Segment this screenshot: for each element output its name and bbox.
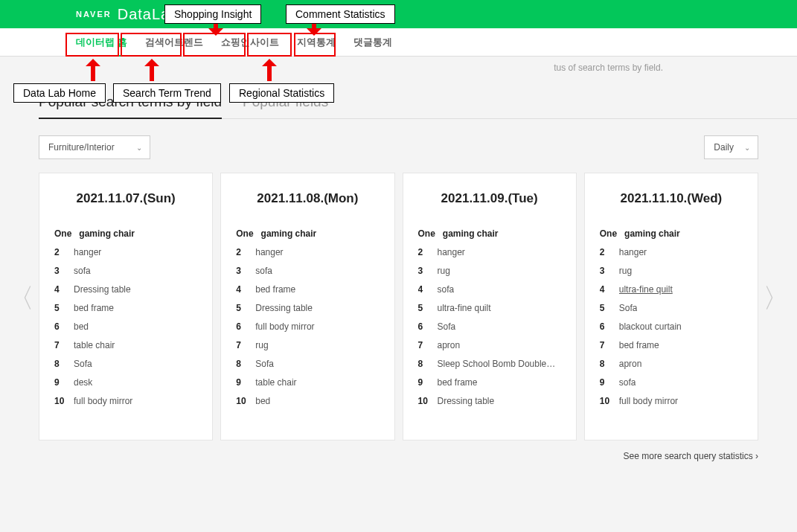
rank-row[interactable]: 2hanger — [54, 247, 197, 257]
rank-row[interactable]: 4ultra-fine quilt — [600, 284, 743, 295]
rank-number: 3 — [600, 266, 612, 276]
rank-row[interactable]: 6blackout curtain — [600, 321, 743, 332]
rank-number: 3 — [54, 266, 66, 276]
rank-number: 2 — [418, 247, 430, 257]
rank-term: apron — [438, 340, 461, 350]
period-select[interactable]: Daily ⌄ — [704, 135, 758, 159]
rank-row[interactable]: 3sofa — [54, 266, 197, 276]
rank-number: 4 — [54, 284, 66, 295]
see-more-link[interactable]: See more search query statistics › — [0, 451, 758, 461]
ranking-card: 2021.11.07.(Sun)Onegaming chair2hanger3s… — [39, 173, 213, 440]
rank-number: 5 — [600, 303, 612, 313]
rank-term: Sofa — [74, 359, 92, 369]
rank-row[interactable]: 7table chair — [54, 340, 197, 350]
cards-carousel: 〈 〉 2021.11.07.(Sun)Onegaming chair2hang… — [0, 173, 797, 440]
rank-number: 9 — [418, 377, 430, 388]
rank-term: rug — [619, 266, 632, 276]
rank-row[interactable]: 3sofa — [236, 266, 379, 276]
main-nav: 데이터랩 홈 검색어트렌드 쇼핑인사이트 지역통계 댓글통계 — [0, 28, 797, 57]
nav-datalab-home[interactable]: 데이터랩 홈 — [67, 28, 136, 56]
rank-row[interactable]: 10full body mirror — [600, 396, 743, 406]
rank-row[interactable]: 4Dressing table — [54, 284, 197, 295]
chevron-down-icon: ⌄ — [136, 144, 142, 152]
card-date: 2021.11.09.(Tue) — [418, 191, 561, 206]
nav-shopping-insight[interactable]: 쇼핑인사이트 — [212, 28, 288, 56]
rank-row[interactable]: 10full body mirror — [54, 396, 197, 406]
rank-number: 6 — [236, 321, 248, 332]
rank-row[interactable]: 6full body mirror — [236, 321, 379, 332]
rank-term: sofa — [255, 266, 272, 276]
rank-number: 2 — [600, 247, 612, 257]
annotation-regional-stats: Regional Statistics — [229, 83, 334, 103]
ranking-card: 2021.11.09.(Tue)Onegaming chair2hanger3r… — [403, 173, 577, 440]
rank-row[interactable]: 2hanger — [236, 247, 379, 257]
carousel-next-button[interactable]: 〉 — [763, 281, 790, 317]
rank-term: desk — [74, 377, 92, 388]
card-date: 2021.11.07.(Sun) — [54, 191, 197, 206]
rank-row[interactable]: 5bed frame — [54, 303, 197, 313]
rank-row[interactable]: 5Sofa — [600, 303, 743, 313]
rank-term: rug — [438, 266, 450, 276]
category-select[interactable]: Furniture/Interior ⌄ — [39, 135, 150, 159]
rank-number: 7 — [54, 340, 66, 350]
rank-term: table chair — [74, 340, 115, 350]
rank-number: 8 — [418, 359, 430, 369]
nav-search-trend[interactable]: 검색어트렌드 — [136, 28, 212, 56]
rank-row[interactable]: Onegaming chair — [236, 228, 379, 239]
rank-row[interactable]: Onegaming chair — [54, 228, 197, 239]
rank-number: 2 — [236, 247, 248, 257]
carousel-prev-button[interactable]: 〈 — [7, 281, 34, 317]
rank-number: 5 — [418, 303, 430, 313]
rank-row[interactable]: 8apron — [600, 359, 743, 369]
rank-term: full body mirror — [74, 396, 132, 406]
rank-term: ultra-fine quilt — [438, 303, 491, 313]
rank-row[interactable]: 7rug — [236, 340, 379, 350]
page-subtitle-tail: tus of search terms by field. — [0, 63, 797, 73]
rank-number: One — [236, 228, 253, 239]
rank-term: sofa — [438, 284, 455, 295]
rank-term: Dressing table — [438, 396, 495, 406]
rank-number: 7 — [236, 340, 248, 350]
rank-row[interactable]: 2hanger — [418, 247, 561, 257]
rank-row[interactable]: 8Sleep School Bomb Double… — [418, 359, 561, 369]
rank-term: bed frame — [619, 340, 659, 350]
rank-row[interactable]: 6Sofa — [418, 321, 561, 332]
rank-number: 4 — [236, 284, 248, 295]
rank-row[interactable]: 5ultra-fine quilt — [418, 303, 561, 313]
rank-term: bed frame — [438, 377, 478, 388]
rank-row[interactable]: 3rug — [600, 266, 743, 276]
rank-row[interactable]: 9desk — [54, 377, 197, 388]
rank-number: One — [418, 228, 435, 239]
rank-row[interactable]: 6bed — [54, 321, 197, 332]
ranking-card: 2021.11.10.(Wed)Onegaming chair2hanger3r… — [584, 173, 758, 440]
rank-number: 9 — [54, 377, 66, 388]
rank-number: 10 — [600, 396, 612, 406]
rank-row[interactable]: 4sofa — [418, 284, 561, 295]
rank-row[interactable]: 7apron — [418, 340, 561, 350]
rank-number: 2 — [54, 247, 66, 257]
rank-row[interactable]: 7bed frame — [600, 340, 743, 350]
rank-row[interactable]: 10bed — [236, 396, 379, 406]
rank-row[interactable]: 9sofa — [600, 377, 743, 388]
rank-row[interactable]: Onegaming chair — [600, 228, 743, 239]
rank-term: Sleep School Bomb Double… — [438, 359, 556, 369]
rank-row[interactable]: 5Dressing table — [236, 303, 379, 313]
rank-number: 6 — [418, 321, 430, 332]
rank-row[interactable]: 10Dressing table — [418, 396, 561, 406]
category-select-value: Furniture/Interior — [48, 142, 115, 153]
rank-term: apron — [619, 359, 642, 369]
rank-row[interactable]: 9table chair — [236, 377, 379, 388]
rank-row[interactable]: 9bed frame — [418, 377, 561, 388]
rank-row[interactable]: 4bed frame — [236, 284, 379, 295]
nav-comment-stats[interactable]: 댓글통계 — [345, 28, 401, 56]
rank-row[interactable]: Onegaming chair — [418, 228, 561, 239]
rank-row[interactable]: 8Sofa — [54, 359, 197, 369]
rank-row[interactable]: 2hanger — [600, 247, 743, 257]
rank-term: bed frame — [255, 284, 295, 295]
nav-regional-stats[interactable]: 지역통계 — [288, 28, 345, 56]
rank-row[interactable]: 3rug — [418, 266, 561, 276]
rank-row[interactable]: 8Sofa — [236, 359, 379, 369]
rank-term: gaming chair — [261, 228, 317, 239]
rank-term: blackout curtain — [619, 321, 682, 332]
rank-term: bed — [255, 396, 270, 406]
